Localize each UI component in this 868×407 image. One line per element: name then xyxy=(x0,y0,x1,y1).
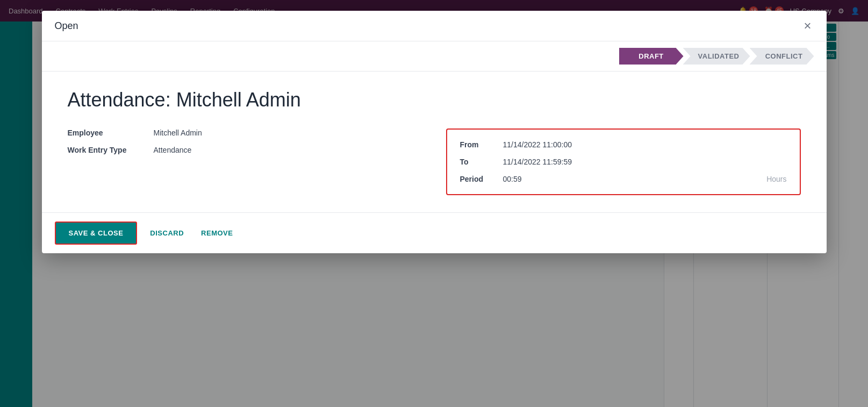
modal-overlay: Open × DRAFT VALIDATED CONFLICT Attendan… xyxy=(0,0,868,407)
from-label: From xyxy=(460,140,503,149)
save-close-button[interactable]: SAVE & CLOSE xyxy=(55,222,138,245)
to-value: 11/14/2022 11:59:59 xyxy=(503,158,572,166)
form-right: From 11/14/2022 11:00:00 To 11/14/2022 1… xyxy=(446,128,801,195)
form-layout: Employee Mitchell Admin Work Entry Type … xyxy=(68,128,801,195)
status-conflict-label: CONFLICT xyxy=(765,52,803,60)
modal-header: Open × xyxy=(42,11,827,41)
date-box: From 11/14/2022 11:00:00 To 11/14/2022 1… xyxy=(446,128,801,195)
period-suffix: Hours xyxy=(766,175,786,183)
modal-title: Open xyxy=(55,20,78,32)
modal-dialog: Open × DRAFT VALIDATED CONFLICT Attendan… xyxy=(42,11,827,253)
employee-value: Mitchell Admin xyxy=(154,128,202,137)
work-entry-type-value: Attendance xyxy=(154,146,192,154)
period-left: Period 00:59 xyxy=(460,175,522,183)
from-row: From 11/14/2022 11:00:00 xyxy=(460,140,787,149)
status-step-conflict[interactable]: CONFLICT xyxy=(750,48,814,65)
remove-button[interactable]: REMOVE xyxy=(197,223,237,244)
modal-close-button[interactable]: × xyxy=(801,19,813,32)
record-title: Attendance: Mitchell Admin xyxy=(68,89,801,111)
period-row: Period 00:59 Hours xyxy=(460,175,787,183)
discard-button[interactable]: DISCARD xyxy=(146,223,188,244)
employee-row: Employee Mitchell Admin xyxy=(68,128,420,137)
status-step-validated[interactable]: VALIDATED xyxy=(683,48,750,65)
period-label: Period xyxy=(460,175,503,183)
to-label: To xyxy=(460,158,503,166)
status-draft-label: DRAFT xyxy=(639,52,664,60)
employee-label: Employee xyxy=(68,128,154,137)
work-entry-type-row: Work Entry Type Attendance xyxy=(68,146,420,154)
period-value: 00:59 xyxy=(503,175,522,183)
modal-body: Attendance: Mitchell Admin Employee Mitc… xyxy=(42,72,827,212)
work-entry-type-label: Work Entry Type xyxy=(68,146,154,154)
form-left: Employee Mitchell Admin Work Entry Type … xyxy=(68,128,420,163)
to-row: To 11/14/2022 11:59:59 xyxy=(460,158,787,166)
status-steps: DRAFT VALIDATED CONFLICT xyxy=(619,48,814,65)
status-step-draft[interactable]: DRAFT xyxy=(619,48,684,65)
from-value: 11/14/2022 11:00:00 xyxy=(503,140,572,149)
status-validated-label: VALIDATED xyxy=(698,52,740,60)
modal-footer: SAVE & CLOSE DISCARD REMOVE xyxy=(42,212,827,253)
status-bar: DRAFT VALIDATED CONFLICT xyxy=(42,41,827,72)
